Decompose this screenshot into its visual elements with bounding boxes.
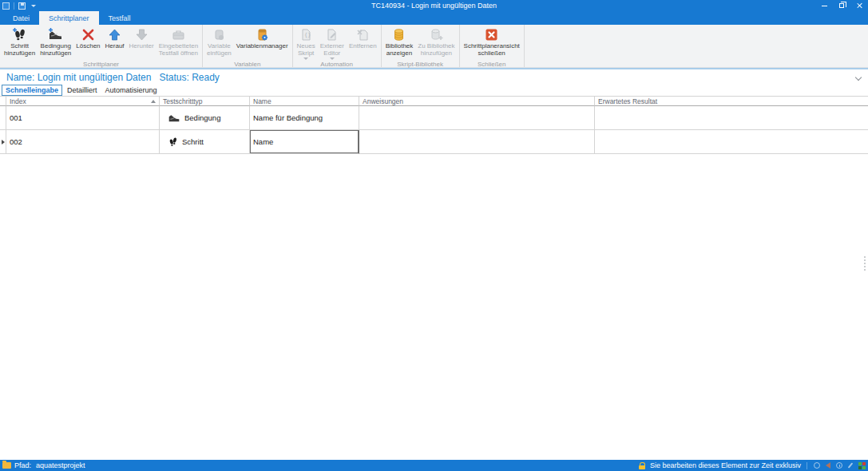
row-selector[interactable] xyxy=(0,106,6,130)
cell-anweisungen[interactable] xyxy=(359,130,595,154)
chevron-down-icon[interactable] xyxy=(855,74,862,81)
cell-name[interactable]: Name für Bedingung xyxy=(250,106,359,130)
info-circle-icon[interactable] xyxy=(813,461,821,469)
row-selector-header xyxy=(0,96,6,106)
restore-icon xyxy=(839,3,844,8)
remove-script-label: Entfernen xyxy=(349,43,377,50)
cell-erwartetes-resultat[interactable] xyxy=(595,106,868,130)
add-condition-button[interactable]: Bedingung hinzufügen xyxy=(38,26,73,59)
condition-add-icon xyxy=(48,27,63,42)
delete-button[interactable]: Löschen xyxy=(73,26,102,59)
insert-variable-button[interactable]: Variable einfügen xyxy=(204,26,234,59)
current-row-marker-icon xyxy=(2,140,5,144)
path-value: aquatestprojekt xyxy=(36,461,85,469)
arrow-up-icon xyxy=(107,27,122,42)
clock-icon[interactable] xyxy=(835,461,843,469)
open-embedded-testcase-button[interactable]: Eingebetteten Testfall öffnen xyxy=(157,26,200,59)
column-header-testschritttyp[interactable]: Testschritttyp xyxy=(160,96,250,106)
move-down-button[interactable]: Herunter xyxy=(127,26,157,59)
status-separator xyxy=(807,462,807,469)
column-header-name-label: Name xyxy=(253,97,271,105)
tab-schrittplaner[interactable]: Schrittplaner xyxy=(39,11,99,25)
tab-detailliert[interactable]: Detailliert xyxy=(64,85,101,95)
status-bar-right: Sie bearbeiten dieses Element zur Zeit e… xyxy=(639,461,866,469)
insert-variable-label: Variable einfügen xyxy=(207,43,232,57)
condition-icon xyxy=(168,113,180,124)
cell-name-focused[interactable]: Name xyxy=(250,130,359,154)
column-header-type-label: Testschritttyp xyxy=(163,97,203,105)
external-editor-icon xyxy=(324,27,339,42)
cell-erwartetes-resultat[interactable] xyxy=(595,130,868,154)
column-header-index[interactable]: Index xyxy=(6,96,160,106)
cell-type-label: Bedingung xyxy=(184,113,220,122)
network-status-icon[interactable] xyxy=(858,461,866,469)
panel-splitter-handle[interactable] xyxy=(864,256,866,271)
table-row[interactable]: 001 Bedingung Name für Bedingung xyxy=(0,106,868,130)
view-tabs: Schnelleingabe Detailliert Automatisieru… xyxy=(0,85,868,96)
tab-testfall[interactable]: Testfall xyxy=(99,11,141,25)
minimize-button[interactable] xyxy=(815,0,833,11)
cell-testschritttyp[interactable]: Bedingung xyxy=(160,106,250,130)
variable-insert-icon xyxy=(212,27,227,42)
remove-script-icon xyxy=(355,27,371,42)
variable-manager-button[interactable]: Variablenmanager xyxy=(234,26,291,59)
new-script-button[interactable]: {} Neues Skript xyxy=(295,26,318,59)
column-header-index-label: Index xyxy=(10,97,26,105)
tab-automatisierung[interactable]: Automatisierung xyxy=(102,85,161,95)
column-header-erwartetes-resultat[interactable]: Erwartetes Resultat xyxy=(595,96,868,106)
new-script-label: Neues Skript xyxy=(297,43,315,57)
tab-datei[interactable]: Datei xyxy=(3,11,39,25)
variable-manager-icon xyxy=(255,27,270,42)
cell-anweisungen[interactable] xyxy=(359,106,595,130)
ribbon-tab-row: Datei Schrittplaner Testfall xyxy=(0,11,868,25)
path-label: Pfad: xyxy=(14,461,31,469)
sort-ascending-icon xyxy=(151,100,156,103)
title-bar: TC140934 - Login mit ungültigen Daten xyxy=(0,0,868,11)
arrow-down-icon xyxy=(134,27,149,42)
svg-text:{}: {} xyxy=(304,32,311,38)
ribbon-group-schrittplaner: Schritt hinzufügen Bedingung hinzufügen xyxy=(0,25,203,67)
move-up-button[interactable]: Herauf xyxy=(103,26,127,59)
show-library-label: Bibliothek anzeigen xyxy=(386,43,414,57)
window-title: TC140934 - Login mit ungültigen Daten xyxy=(0,0,868,11)
grid-header-row: Index Testschritttyp Name Anweisungen Er… xyxy=(0,96,868,106)
tools-icon[interactable] xyxy=(846,461,854,469)
add-to-library-button[interactable]: Zu Bibliothek hinzufügen xyxy=(415,26,457,59)
row-selector[interactable] xyxy=(0,130,6,154)
add-condition-label: Bedingung hinzufügen xyxy=(40,43,71,57)
lock-icon xyxy=(639,462,645,469)
remove-script-button[interactable]: Entfernen xyxy=(347,26,379,59)
table-row[interactable]: 002 Schritt Name xyxy=(0,130,868,154)
exclusive-lock-text: Sie bearbeiten dieses Element zur Zeit e… xyxy=(650,461,801,469)
close-view-icon xyxy=(484,27,499,42)
new-script-icon: {} xyxy=(299,27,314,42)
move-up-label: Herauf xyxy=(105,43,125,50)
delete-x-icon xyxy=(81,27,96,42)
close-view-label: Schrittplaneransicht schließen xyxy=(464,43,520,57)
column-header-name[interactable]: Name xyxy=(250,96,359,106)
cell-type-label: Schritt xyxy=(182,137,204,146)
add-step-label: Schritt hinzufügen xyxy=(4,43,35,57)
save-icon[interactable] xyxy=(18,2,26,10)
cell-index[interactable]: 002 xyxy=(6,130,160,154)
cell-index[interactable]: 001 xyxy=(6,106,160,130)
status-bar: Pfad: aquatestprojekt Sie bearbeiten die… xyxy=(0,460,868,471)
footprints-add-icon xyxy=(12,27,27,42)
external-editor-button[interactable]: Externer Editor xyxy=(318,26,347,59)
testcase-info-bar: Name: Login mit ungültigen Daten Status:… xyxy=(0,69,868,85)
close-view-button[interactable]: Schrittplaneransicht schließen xyxy=(462,26,522,59)
folder-icon xyxy=(2,462,11,469)
window-controls xyxy=(815,0,868,11)
restore-button[interactable] xyxy=(833,0,850,11)
testcase-name-text: Name: Login mit ungültigen Daten xyxy=(6,72,151,83)
column-header-anweisungen[interactable]: Anweisungen xyxy=(359,96,595,106)
sync-arrow-icon[interactable] xyxy=(824,461,832,469)
tab-schnelleingabe[interactable]: Schnelleingabe xyxy=(2,85,62,96)
show-library-button[interactable]: Bibliothek anzeigen xyxy=(383,26,416,59)
cell-testschritttyp[interactable]: Schritt xyxy=(160,130,250,154)
testcase-status-text: Status: Ready xyxy=(159,72,219,83)
workspace-empty-area xyxy=(0,154,868,460)
open-embedded-testcase-label: Eingebetteten Testfall öffnen xyxy=(159,43,198,57)
close-button[interactable] xyxy=(850,0,868,11)
add-step-button[interactable]: Schritt hinzufügen xyxy=(2,26,38,59)
